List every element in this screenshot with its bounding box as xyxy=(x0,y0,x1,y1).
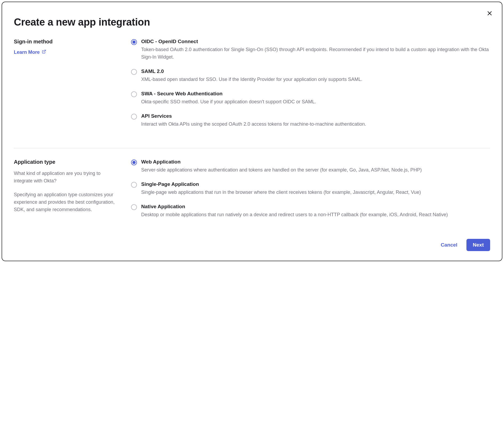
create-app-integration-modal: Create a new app integration Sign-in met… xyxy=(2,2,502,261)
sign-in-method-options: OIDC - OpenID Connect Token-based OAuth … xyxy=(131,39,490,135)
option-description: Okta-specific SSO method. Use if your ap… xyxy=(141,98,490,106)
sign-in-option-api-services[interactable]: API Services Interact with Okta APIs usi… xyxy=(131,113,490,128)
option-title: Single-Page Application xyxy=(141,181,490,187)
radio-icon xyxy=(131,159,137,165)
option-title: Native Application xyxy=(141,204,490,210)
app-type-option-spa[interactable]: Single-Page Application Single-page web … xyxy=(131,181,490,196)
option-title: SAML 2.0 xyxy=(141,68,490,74)
learn-more-link[interactable]: Learn More xyxy=(14,50,46,55)
modal-footer: Cancel Next xyxy=(14,239,490,251)
close-icon xyxy=(487,10,493,17)
option-title: API Services xyxy=(141,113,490,119)
application-type-section: Application type What kind of applicatio… xyxy=(14,159,490,226)
option-title: OIDC - OpenID Connect xyxy=(141,39,490,44)
sign-in-option-swa[interactable]: SWA - Secure Web Authentication Okta-spe… xyxy=(131,91,490,106)
option-title: SWA - Secure Web Authentication xyxy=(141,91,490,97)
application-type-options: Web Application Server-side applications… xyxy=(131,159,490,226)
radio-icon xyxy=(131,39,137,45)
option-description: Server-side applications where authentic… xyxy=(141,166,490,174)
radio-icon xyxy=(131,114,137,120)
application-type-help-2: Specifying an application type customize… xyxy=(14,191,120,214)
application-type-help-1: What kind of application are you trying … xyxy=(14,170,120,185)
option-description: Interact with Okta APIs using the scoped… xyxy=(141,121,490,128)
external-link-icon xyxy=(42,50,46,55)
learn-more-label: Learn More xyxy=(14,50,40,55)
app-type-option-web[interactable]: Web Application Server-side applications… xyxy=(131,159,490,174)
close-button[interactable] xyxy=(485,9,494,19)
svg-line-2 xyxy=(44,50,46,52)
sign-in-method-section: Sign-in method Learn More OIDC - OpenID … xyxy=(14,39,490,135)
app-type-option-native[interactable]: Native Application Desktop or mobile app… xyxy=(131,204,490,219)
sign-in-option-saml[interactable]: SAML 2.0 XML-based open standard for SSO… xyxy=(131,68,490,83)
sign-in-option-oidc[interactable]: OIDC - OpenID Connect Token-based OAuth … xyxy=(131,39,490,61)
radio-icon xyxy=(131,91,137,97)
radio-icon xyxy=(131,182,137,188)
radio-icon xyxy=(131,69,137,75)
section-divider xyxy=(14,148,490,148)
cancel-button[interactable]: Cancel xyxy=(439,239,459,251)
option-description: Single-page web applications that run in… xyxy=(141,189,490,196)
modal-title: Create a new app integration xyxy=(14,17,490,28)
radio-icon xyxy=(131,204,137,210)
application-type-heading: Application type xyxy=(14,159,120,165)
option-description: XML-based open standard for SSO. Use if … xyxy=(141,76,490,83)
option-description: Token-based OAuth 2.0 authentication for… xyxy=(141,46,490,61)
option-title: Web Application xyxy=(141,159,490,165)
sign-in-method-heading: Sign-in method xyxy=(14,39,120,45)
option-description: Desktop or mobile applications that run … xyxy=(141,211,490,219)
next-button[interactable]: Next xyxy=(466,239,490,251)
